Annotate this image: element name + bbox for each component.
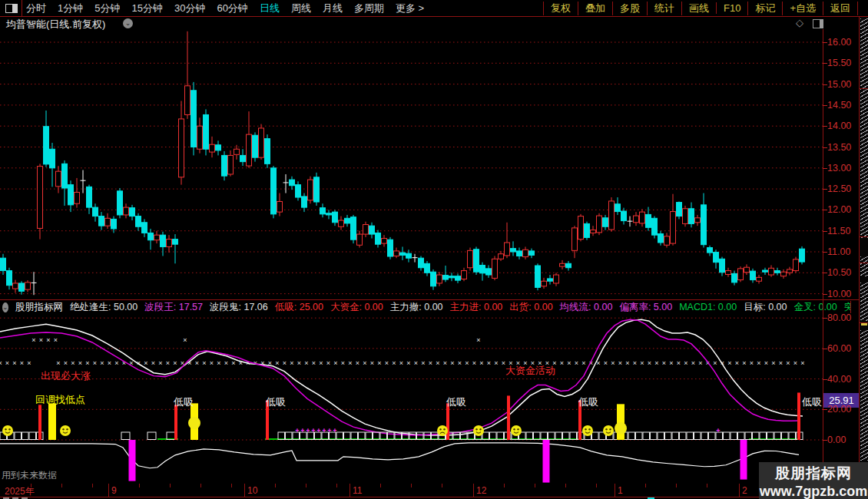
smiley-face-icon [582,425,593,436]
chevron-down-icon[interactable]: ⌄ [123,18,133,28]
indicator-value-MACD1: MACD1: 0.00 [679,302,737,312]
svg-text:×: × [640,359,644,367]
svg-text:×: × [158,359,162,367]
svg-text:×: × [472,359,476,367]
annotation-出现必大涨: 出现必大涨 [41,370,91,382]
svg-text:×: × [20,359,24,367]
annotation-低吸: 低吸 [446,396,466,408]
watermark-url: www.7gpzb.com [759,484,868,499]
indicator-header[interactable]: ⌄ 股朋指标网 绝处逢生: 50.00波段王: 17.57波段鬼: 17.06低… [0,301,851,313]
week-tick [676,484,677,487]
svg-text:×: × [465,359,469,367]
svg-text:×: × [786,359,790,367]
toolbar-button-多股[interactable]: 多股 [612,2,647,15]
price-axis-label: 15.50 [827,58,861,68]
svg-text:+: + [316,427,320,435]
svg-text:×: × [611,359,615,367]
period-tab-30分钟[interactable]: 30分钟 [174,2,205,15]
toolbar-button-复权[interactable]: 复权 [543,2,578,15]
period-tab-日线[interactable]: 日线 [260,2,280,15]
price-axis-label: 12.50 [827,183,861,194]
week-tick [596,484,597,487]
svg-text:×: × [283,359,287,367]
toolbar-button-画线[interactable]: 画线 [681,2,716,15]
svg-text:×: × [333,359,337,367]
week-tick [231,484,232,487]
period-tab-更多 >[interactable]: 更多 > [396,2,424,15]
period-tab-1分钟[interactable]: 1分钟 [58,2,83,15]
period-tab-周线[interactable]: 周线 [291,2,311,15]
svg-text:×: × [392,359,396,367]
price-axis-tick [823,84,827,85]
indicator-value-主力撤: 主力撤: 0.00 [390,301,443,313]
svg-text:×: × [487,359,491,367]
week-tick [442,484,442,487]
price-axis-label: 13.00 [827,163,861,173]
price-axis-label: 10.50 [827,267,861,278]
main-candlestick-chart[interactable] [0,29,823,299]
strip-yellow-marker [861,323,867,326]
price-axis-tick [823,126,827,127]
svg-text:×: × [479,359,483,367]
svg-text:×: × [290,359,293,367]
svg-text:×: × [800,359,804,367]
period-tab-5分钟[interactable]: 5分钟 [94,2,120,15]
collapse-indicator-icon[interactable]: ⌄ [2,302,8,312]
annotation-低吸: 低吸 [173,396,194,408]
svg-text:×: × [414,359,418,367]
svg-text:×: × [604,359,608,367]
trading-app-window: 分时1分钟5分钟15分钟30分钟60分钟日线周线月线多周期更多 > 复权叠加多股… [0,0,868,499]
svg-text:+: + [716,427,720,435]
svg-text:×: × [377,359,381,367]
svg-text:+: + [306,427,310,435]
red-signal-bar [174,405,177,440]
annotation-低吸: 低吸 [801,396,822,408]
period-tab-分时[interactable]: 分时 [26,2,46,15]
price-axis-tick [823,273,827,273]
svg-text:×: × [173,359,177,367]
svg-text:×: × [46,336,50,344]
toolbar-button-统计[interactable]: 统计 [647,2,681,15]
svg-text:×: × [750,359,754,367]
toolbar-button-返回[interactable]: 返回 [823,2,858,15]
svg-text:×: × [217,359,220,367]
week-tick [306,484,306,487]
split-panel-icon [5,4,18,13]
red-signal-bar [507,395,510,440]
magenta-line [0,319,799,435]
hatch-pattern [860,330,868,461]
magenta-down-bar [129,440,136,481]
layout-toggle-button[interactable] [0,0,22,16]
toolbar-button-叠加[interactable]: 叠加 [578,2,612,15]
hatch-pattern [860,256,868,276]
indicator-panel-chart[interactable]: ××××××××××××××××××××××××××××××××××××××××… [0,313,823,484]
svg-text:×: × [56,359,60,367]
date-axis[interactable]: 2025年 910111212 [0,484,868,497]
svg-text:+: + [322,427,326,435]
period-tab-15分钟[interactable]: 15分钟 [131,2,162,15]
diamond-icon[interactable]: ◇ [796,17,803,28]
week-tick [411,484,412,487]
price-axis-tick [823,63,827,64]
svg-text:×: × [12,359,16,367]
panel-layout-icon[interactable] [813,19,823,28]
period-tab-多周期[interactable]: 多周期 [354,2,384,15]
svg-text:×: × [567,359,571,367]
price-axis-label: 11.50 [827,226,861,236]
toolbar-button-标记[interactable]: 标记 [747,2,782,15]
toolbar-button-F10[interactable]: F10 [716,2,747,14]
annotation-回调找低点: 回调找低点 [35,394,85,405]
svg-text:×: × [575,359,578,367]
period-tab-60分钟[interactable]: 60分钟 [217,2,247,15]
price-axis-label: 14.00 [827,121,861,131]
lower-white-line [0,443,799,468]
svg-text:×: × [618,359,622,367]
period-tab-月线[interactable]: 月线 [323,2,343,15]
svg-text:×: × [304,359,308,367]
toolbar-button-+自选[interactable]: +自选 [782,2,823,15]
svg-text:×: × [713,359,717,367]
svg-text:×: × [224,359,228,367]
price-axis-label: 16.00 [827,37,861,48]
indicator-value-均线流: 均线流: 0.00 [560,301,613,313]
svg-text:×: × [210,359,214,367]
